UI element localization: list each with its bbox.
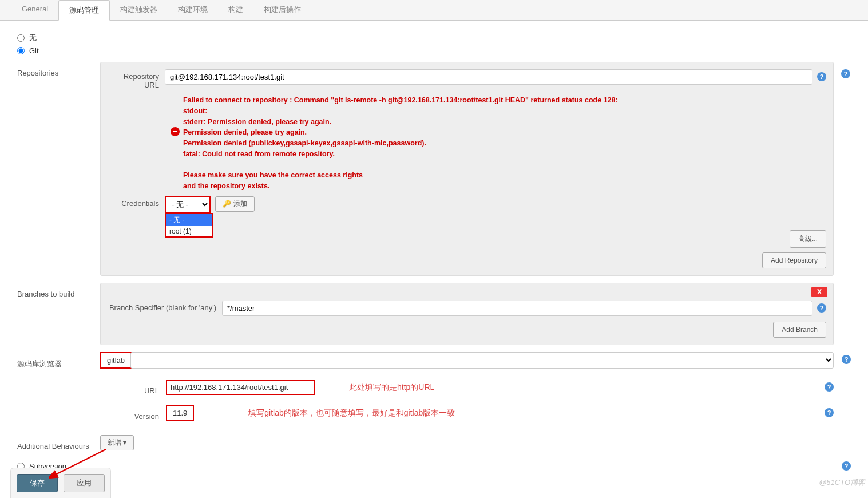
credentials-option-none[interactable]: - 无 -: [166, 214, 212, 226]
additional-label: Additional Behaviours: [17, 435, 100, 450]
repositories-help-icon[interactable]: ?: [841, 69, 850, 78]
error-icon: [171, 127, 180, 136]
radio-git[interactable]: [17, 47, 25, 54]
subversion-help-icon[interactable]: ?: [842, 461, 851, 471]
repo-browser-select[interactable]: [130, 352, 834, 369]
scm-panel: 无 Git Repositories ? Repository URL ? Fa…: [0, 21, 868, 498]
repo-browser-help-icon[interactable]: ?: [842, 355, 851, 364]
repo-url-help-icon[interactable]: ?: [817, 72, 826, 81]
branches-label: Branches to build: [17, 283, 100, 345]
advanced-button[interactable]: 高级...: [790, 230, 826, 248]
version-annotation: 填写gitlab的版本，也可随意填写，最好是和gitlab版本一致: [248, 405, 455, 418]
credentials-dropdown: - 无 - root (1): [165, 213, 213, 238]
radio-git-label: Git: [29, 46, 39, 55]
branch-specifier-label: Branch Specifier (blank for 'any'): [108, 301, 222, 312]
repo-browser-label: 源码库浏览器: [17, 352, 100, 369]
repo-url-label: Repository URL: [108, 69, 165, 89]
save-button[interactable]: 保存: [17, 474, 58, 492]
add-credentials-button[interactable]: 🔑 添加: [215, 196, 255, 212]
key-icon: 🔑: [223, 200, 231, 208]
url-help-icon[interactable]: ?: [825, 382, 834, 392]
version-input[interactable]: 11.9: [166, 405, 194, 421]
radio-none-label: 无: [29, 33, 37, 43]
add-branch-button[interactable]: Add Branch: [773, 322, 826, 338]
error-message: Failed to connect to repository : Comman…: [183, 95, 618, 192]
add-repository-button[interactable]: Add Repository: [762, 252, 826, 268]
tab-triggers[interactable]: 构建触发器: [110, 0, 168, 20]
credentials-select[interactable]: - 无 -: [165, 196, 211, 213]
repo-browser-value: gitlab: [100, 352, 132, 369]
tab-env[interactable]: 构建环境: [168, 0, 218, 20]
tab-scm[interactable]: 源码管理: [58, 0, 110, 21]
branch-help-icon[interactable]: ?: [817, 303, 826, 313]
credentials-option-root[interactable]: root (1): [166, 226, 212, 236]
config-tabs: General 源码管理 构建触发器 构建环境 构建 构建后操作: [0, 0, 868, 21]
branch-specifier-input[interactable]: [222, 301, 812, 316]
version-label: Version: [17, 405, 166, 421]
form-footer: 保存 应用: [10, 468, 111, 498]
version-help-icon[interactable]: ?: [825, 408, 834, 417]
remove-branch-button[interactable]: X: [811, 287, 827, 297]
repositories-label: Repositories: [17, 62, 100, 276]
watermark: @51CTO博客: [819, 477, 865, 488]
tab-general[interactable]: General: [11, 0, 58, 20]
radio-none[interactable]: [17, 34, 25, 42]
additional-add-button[interactable]: 新增 ▾: [100, 435, 134, 450]
repo-url-input[interactable]: [165, 69, 812, 85]
url-annotation: 此处填写的是http的URL: [349, 380, 434, 393]
credentials-label: Credentials: [108, 196, 165, 208]
apply-button[interactable]: 应用: [64, 474, 105, 492]
url-label: URL: [17, 380, 166, 395]
tab-post[interactable]: 构建后操作: [253, 0, 311, 20]
url-input[interactable]: http://192.168.171.134/root/test1.git: [166, 380, 315, 395]
tab-build[interactable]: 构建: [218, 0, 253, 20]
add-button-label: 添加: [233, 199, 247, 209]
